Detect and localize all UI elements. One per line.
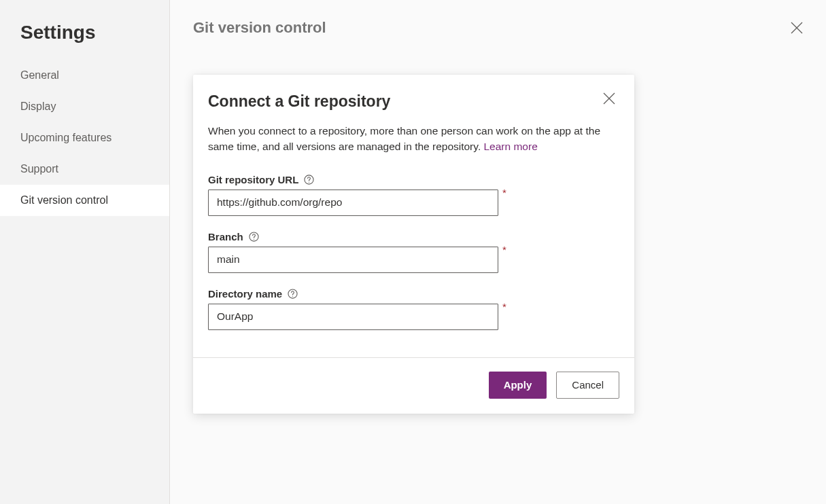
connect-git-dialog: Connect a Git repository When you connec… xyxy=(193,75,634,414)
help-icon[interactable] xyxy=(288,289,298,299)
settings-sidebar: Settings General Display Upcoming featur… xyxy=(0,0,170,504)
field-label-row: Branch xyxy=(208,231,619,242)
page-header: Git version control xyxy=(170,0,826,53)
page-title: Git version control xyxy=(193,19,326,37)
sidebar-item-git-version-control[interactable]: Git version control xyxy=(0,185,169,216)
field-directory: Directory name * xyxy=(208,288,619,330)
svg-point-9 xyxy=(292,295,293,296)
dialog-body: When you connect to a repository, more t… xyxy=(193,111,634,357)
dialog-close-icon[interactable] xyxy=(603,92,615,105)
dialog-description-text: When you connect to a repository, more t… xyxy=(208,125,600,152)
close-icon[interactable] xyxy=(791,22,803,34)
sidebar-title: Settings xyxy=(0,22,169,60)
required-indicator: * xyxy=(502,301,506,312)
field-branch: Branch * xyxy=(208,231,619,273)
input-row: * xyxy=(208,190,619,216)
svg-point-7 xyxy=(254,238,254,239)
cancel-button[interactable]: Cancel xyxy=(556,372,619,399)
directory-input[interactable] xyxy=(208,304,498,330)
branch-label: Branch xyxy=(208,231,243,242)
required-indicator: * xyxy=(502,244,506,255)
help-icon[interactable] xyxy=(304,175,314,185)
input-row: * xyxy=(208,247,619,273)
field-label-row: Git repository URL xyxy=(208,174,619,185)
required-indicator: * xyxy=(502,187,506,198)
sidebar-item-upcoming-features[interactable]: Upcoming features xyxy=(0,122,169,154)
git-url-input[interactable] xyxy=(208,190,498,216)
input-row: * xyxy=(208,304,619,330)
dialog-header: Connect a Git repository xyxy=(193,75,634,111)
field-label-row: Directory name xyxy=(208,288,619,300)
sidebar-item-general[interactable]: General xyxy=(0,60,169,91)
field-git-url: Git repository URL * xyxy=(208,174,619,216)
sidebar-item-display[interactable]: Display xyxy=(0,91,169,122)
sidebar-item-support[interactable]: Support xyxy=(0,154,169,185)
branch-input[interactable] xyxy=(208,247,498,273)
svg-point-5 xyxy=(309,181,309,182)
apply-button[interactable]: Apply xyxy=(489,372,547,399)
dialog-description: When you connect to a repository, more t… xyxy=(208,123,619,155)
learn-more-link[interactable]: Learn more xyxy=(484,141,538,152)
dialog-title: Connect a Git repository xyxy=(208,92,390,111)
dialog-footer: Apply Cancel xyxy=(193,357,634,414)
help-icon[interactable] xyxy=(249,232,259,242)
directory-label: Directory name xyxy=(208,288,282,300)
git-url-label: Git repository URL xyxy=(208,174,298,185)
